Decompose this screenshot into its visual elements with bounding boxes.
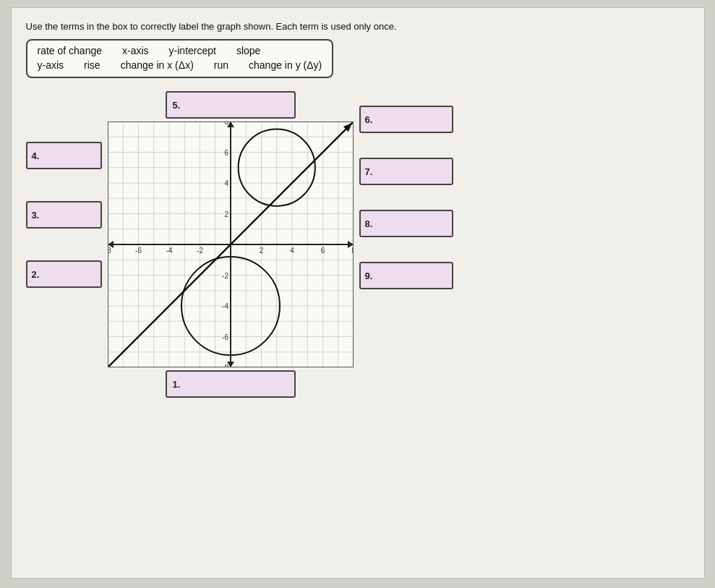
term-y-axis: y-axis — [38, 59, 64, 71]
label4-num: 4. — [32, 150, 40, 161]
term-rise: rise — [84, 59, 100, 71]
label5-num: 5. — [173, 100, 181, 111]
label-1[interactable]: 1. — [166, 370, 296, 398]
label-3[interactable]: 3. — [26, 201, 102, 229]
label-4[interactable]: 4. — [26, 142, 102, 169]
graph-canvas — [108, 122, 354, 367]
label3-num: 3. — [32, 210, 40, 221]
label-7[interactable]: 7. — [359, 158, 453, 185]
label9-num: 9. — [365, 270, 373, 281]
center-col: 5. 1. — [108, 91, 354, 398]
main-area: 4. 3. 2. 5. 1. — [26, 91, 690, 398]
term-rate-of-change: rate of change — [38, 45, 103, 56]
label6-num: 6. — [365, 114, 373, 125]
left-labels: 4. 3. 2. — [26, 142, 102, 320]
page: Use the terms in the box to correctly la… — [11, 7, 705, 579]
label-5[interactable]: 5. — [166, 91, 296, 119]
term-change-in-x: change in x (Δx) — [121, 59, 194, 71]
terms-box: rate of change x-axis y-intercept slope … — [26, 39, 334, 78]
label-8[interactable]: 8. — [359, 210, 453, 237]
term-run: run — [214, 59, 228, 71]
terms-row1: rate of change x-axis y-intercept slope — [38, 45, 322, 56]
instruction-text: Use the terms in the box to correctly la… — [26, 21, 690, 32]
term-y-intercept: y-intercept — [169, 45, 216, 56]
label-9[interactable]: 9. — [359, 262, 453, 289]
label-2[interactable]: 2. — [26, 260, 102, 288]
graph-wrapper — [108, 122, 354, 367]
term-slope: slope — [236, 45, 260, 56]
label1-num: 1. — [173, 379, 181, 390]
label7-num: 7. — [365, 166, 373, 177]
term-change-in-y: change in y (Δy) — [249, 59, 322, 71]
label8-num: 8. — [365, 218, 373, 229]
term-x-axis: x-axis — [122, 45, 149, 56]
label-6[interactable]: 6. — [359, 106, 453, 133]
label2-num: 2. — [32, 269, 40, 280]
terms-row2: y-axis rise change in x (Δx) run change … — [38, 59, 322, 71]
right-labels: 6. 7. 8. 9. — [359, 106, 453, 314]
